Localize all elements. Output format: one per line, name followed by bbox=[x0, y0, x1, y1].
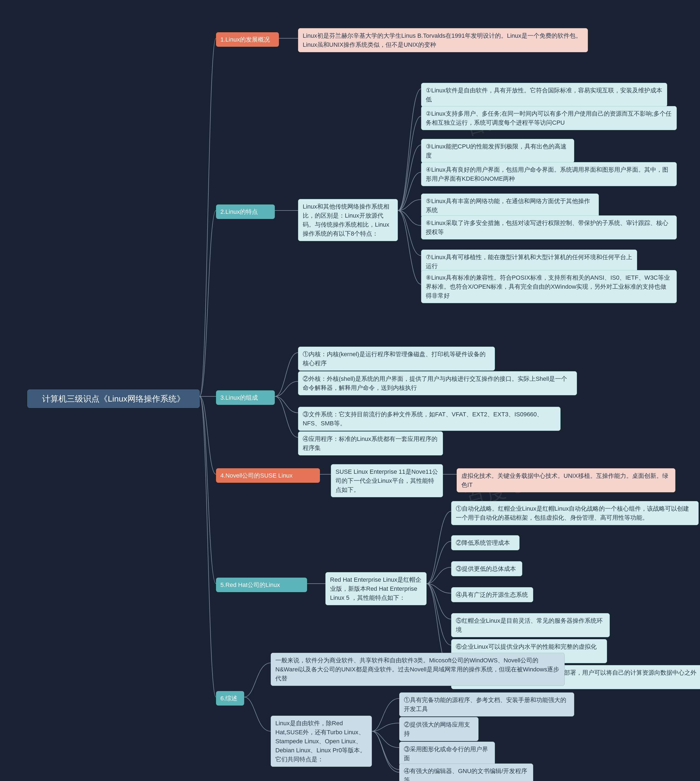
section-5-item: ①自动化战略。红帽企业Linux是红帽Linux自动化战略的一个核心组件，该战略… bbox=[451, 501, 698, 525]
section-5-item: ④具有广泛的开源生态系统 bbox=[451, 587, 533, 602]
section-2-item: ②Linux支持多用户、多任务;在同一时间内可以有多个用户使用自己的资源而互不影… bbox=[421, 106, 677, 130]
section-5-desc: Red Hat Enterprise Linux是红帽企业版，新版本Red Ha… bbox=[325, 572, 427, 605]
root-node[interactable]: 计算机三级识点《Linux网络操作系统》 bbox=[27, 390, 200, 408]
section-2-item: ⑤Linux具有丰富的网络功能，在通信和网络方面优于其他操作系统 bbox=[421, 193, 599, 218]
section-3-title[interactable]: 3.Linux的组成 bbox=[216, 390, 275, 405]
section-5-item: ③提供更低的总体成本 bbox=[451, 561, 522, 576]
section-2-item: ⑧Linux具有标准的兼容性。符合POSIX标准，支持所有相关的ANSI、IS0… bbox=[421, 270, 677, 303]
section-3-item: ④应用程序：标准的Linux系统都有一套应用程序的程序集 bbox=[298, 431, 443, 455]
section-2-desc: Linux和其他传统网络操作系统相比，的区别是：Linux开放源代码。与传统操作… bbox=[298, 199, 398, 241]
section-2-item: ③Linux能把CPU的性能发挥到极限，具有出色的高速度 bbox=[421, 139, 574, 163]
section-2-item: ④Linux具有良好的用户界面，包括用户命令界面。系统调用界面和图形用户界面。其… bbox=[421, 162, 677, 186]
section-1-title[interactable]: 1.Linux的发展概况 bbox=[216, 32, 279, 47]
section-6-item: ④有强大的编辑器、GNU的文书编辑/开发程序等 bbox=[399, 764, 533, 781]
section-3-item: ①内核：内核(kernel)是运行程序和管理像磁盘、打印机等硬件设备的核心程序 bbox=[298, 346, 495, 371]
section-6-desc2: Linux是自由软件，除Red Hat,SUSE外，还有Turbo Linux、… bbox=[271, 716, 372, 767]
section-6-item: ②提供强大的网络应用支持 bbox=[399, 717, 478, 741]
section-2-item: ⑥Linux采取了许多安全措施，包括对读写进行权限控制、带保护的子系统、审计跟踪… bbox=[421, 215, 677, 240]
section-5-title[interactable]: 5.Red Hat公司的Linux bbox=[216, 578, 307, 592]
section-5-item: ②降低系统管理成本 bbox=[451, 535, 520, 550]
section-6-desc1: 一般来说，软件分为商业软件、共享软件和自由软件3类。Micosoft公司的Win… bbox=[271, 653, 565, 686]
section-4-title[interactable]: 4.Novell公司的SUSE Linux bbox=[216, 468, 320, 483]
section-5-item: ⑤红帽企业Linux是目前灵活、常见的服务器操作系统环境 bbox=[451, 613, 610, 637]
section-6-item: ③采用图形化或命令行的用户界面 bbox=[399, 742, 495, 766]
section-2-title[interactable]: 2.Linux的特点 bbox=[216, 205, 275, 219]
section-4-desc: SUSE Linux Enterprise 11是Nove11公司的下一代企业L… bbox=[331, 464, 443, 497]
section-3-item: ②外核：外核(shell)是系统的用户界面，提供了用户与内核进行交互操作的接口。… bbox=[298, 371, 577, 395]
section-4-desc2: 虚拟化技术。关键业务载据中心技术。UNIX移植。互操作能力。桌面创新。绿色IT bbox=[457, 468, 675, 492]
section-3-item: ③文件系统：它支持目前流行的多种文件系统，如FAT、VFAT、EXT2、EXT3… bbox=[298, 407, 560, 431]
section-6-title[interactable]: 6.综述 bbox=[216, 691, 244, 706]
section-6-item: ①具有完备功能的源程序、参考文档、安装手册和功能强大的开发工具 bbox=[399, 693, 574, 716]
section-2-item: ①Linux软件是自由软件，具有开放性。它符合国际标准，容易实现互联，安装及维护… bbox=[421, 83, 667, 107]
section-1-desc: Linux初是芬兰赫尔辛基大学的大学生Linus B.Torvalds在1991… bbox=[298, 28, 588, 52]
